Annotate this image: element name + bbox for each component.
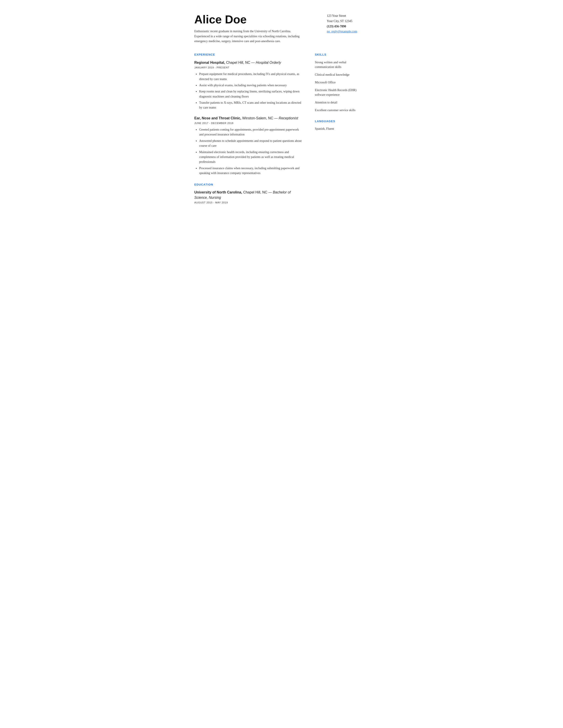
job-company-1: Regional Hospital, — [194, 61, 225, 64]
job-company-2: Ear, Nose and Throat Clinic, — [194, 116, 241, 120]
job-block-2: Ear, Nose and Throat Clinic, Winston-Sal… — [194, 116, 304, 176]
skill-item-3: Microsoft Office — [315, 80, 364, 85]
skill-item-4: Electronic Health Records (EHR) software… — [315, 88, 364, 97]
list-item: Answered phones to schedule appointments… — [199, 139, 304, 148]
job-block-1: Regional Hospital, Chapel Hill, NC — Hos… — [194, 60, 304, 110]
job-header-2: Ear, Nose and Throat Clinic, Winston-Sal… — [194, 116, 304, 121]
list-item: Greeted patients coming for appointments… — [199, 127, 304, 137]
contact-info: 123 Your Street Your City, ST 12345 (123… — [327, 13, 371, 34]
skill-item-6: Excellent customer service skills — [315, 108, 364, 113]
resume-header: Alice Doe Enthusiastic recent graduate i… — [194, 13, 371, 44]
skill-item-1: Strong written and verbal communication … — [315, 60, 364, 69]
skills-section: SKILLS Strong written and verbal communi… — [315, 53, 364, 113]
left-column: EXPERIENCE Regional Hospital, Chapel Hil… — [194, 53, 304, 211]
school-block-1: University of North Carolina, Chapel Hil… — [194, 190, 304, 205]
candidate-summary: Enthusiastic recent graduate in nursing … — [194, 29, 304, 44]
contact-phone: (123) 456-7890 — [327, 24, 371, 29]
school-dates-1: AUGUST 2015 - MAY 2019 — [194, 201, 304, 205]
job-dates-1: JANUARY 2019 - PRESENT — [194, 66, 304, 69]
list-item: Keep rooms neat and clean by replacing l… — [199, 89, 304, 99]
list-item: Assist with physical exams, including mo… — [199, 83, 304, 88]
job-dates-2: JUNE 2017 - DECEMBER 2018 — [194, 121, 304, 125]
contact-city: Your City, ST 12345 — [327, 19, 371, 24]
skills-title: SKILLS — [315, 53, 364, 57]
school-header-1: University of North Carolina, Chapel Hil… — [194, 190, 304, 200]
main-content: EXPERIENCE Regional Hospital, Chapel Hil… — [194, 53, 371, 211]
contact-email[interactable]: no_reply@example.com — [327, 29, 371, 34]
education-section: EDUCATION University of North Carolina, … — [194, 182, 304, 205]
job-bullets-1: Prepare equipment for medical procedures… — [194, 72, 304, 110]
candidate-name: Alice Doe — [194, 13, 304, 26]
list-item: Transfer patients to X-rays, MRIs, CT sc… — [199, 100, 304, 110]
contact-street: 123 Your Street — [327, 13, 371, 19]
job-role-2: Receptionist — [278, 116, 298, 120]
job-location-1: Chapel Hill, NC — — [226, 61, 256, 64]
experience-section: EXPERIENCE Regional Hospital, Chapel Hil… — [194, 53, 304, 176]
education-title: EDUCATION — [194, 182, 304, 187]
right-column: SKILLS Strong written and verbal communi… — [315, 53, 364, 211]
job-location-2: Winston-Salem, NC — — [242, 116, 278, 120]
list-item: Processed insurance claims when necessar… — [199, 166, 304, 176]
languages-section: LANGUAGES Spanish, Fluent — [315, 119, 364, 131]
job-role-1: Hospital Orderly — [256, 61, 281, 64]
skill-item-5: Attention to detail — [315, 100, 364, 105]
list-item: Maintained electronic health records, in… — [199, 150, 304, 165]
job-header-1: Regional Hospital, Chapel Hill, NC — Hos… — [194, 60, 304, 65]
experience-title: EXPERIENCE — [194, 53, 304, 57]
school-name-1: University of North Carolina, — [194, 190, 242, 194]
languages-title: LANGUAGES — [315, 119, 364, 124]
header-left: Alice Doe Enthusiastic recent graduate i… — [194, 13, 304, 44]
job-bullets-2: Greeted patients coming for appointments… — [194, 127, 304, 176]
list-item: Prepare equipment for medical procedures… — [199, 72, 304, 82]
skill-item-2: Clinical medical knowledge — [315, 72, 364, 77]
school-location-1: Chapel Hill, NC — — [243, 190, 273, 194]
language-item-1: Spanish, Fluent — [315, 126, 364, 131]
